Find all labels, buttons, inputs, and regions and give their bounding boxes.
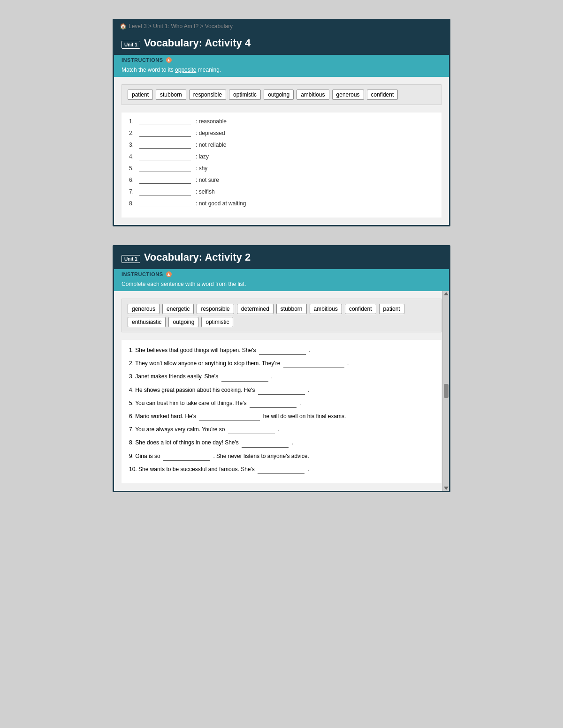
word-chip-ambitious2[interactable]: ambitious [310,304,342,314]
word-chip-outgoing[interactable]: outgoing [264,90,294,100]
sentence-7: 7. You are always very calm. You're so . [129,425,432,434]
scroll-thumb[interactable] [444,384,449,398]
answer-input-3[interactable] [139,142,191,149]
sentence-2-end: . [347,360,349,367]
sentence-9-end: . She never listens to anyone's advice. [213,453,309,459]
answer-s1[interactable] [259,345,306,355]
exercise-item-4: 4. : lazy [129,153,434,160]
exercise-num-6: 6. [129,177,137,183]
sentence-3-end: . [271,373,273,380]
sentence-10-num: 10. She wants to be successful and famou… [129,466,256,473]
word-chip-stubborn[interactable]: stubborn [156,90,186,100]
instructions-text-before: Match the word to its [122,67,174,73]
activity4-container: 🏠 Level 3 > Unit 1: Who Am I? > Vocabula… [113,19,450,226]
exercise-list: 1. : reasonable 2. : depressed 3. : not … [122,113,441,218]
exercise-item-3: 3. : not reliable [129,142,434,149]
answer-s10[interactable] [258,465,304,474]
clue-2: : depressed [196,130,225,136]
sentence-9-num: 9. Gina is so [129,453,162,459]
word-chip-ambitious[interactable]: ambitious [297,90,329,100]
sentence-1: 1. She believes that good things will ha… [129,345,432,355]
sentence-1-num: 1. She believes that good things will ha… [129,347,258,353]
sentence-2: 2. They won't allow anyone or anything t… [129,359,432,368]
clue-3: : not reliable [196,142,226,148]
scrollbar[interactable] [442,291,449,491]
instructions-text-area-2: Complete each sentence with a word from … [114,279,449,291]
answer-input-6[interactable] [139,177,191,184]
exercise-num-8: 8. [129,200,137,207]
word-chip-confident2[interactable]: confident [345,304,376,314]
word-chip-stubborn2[interactable]: stubborn [276,304,307,314]
instructions-bar-2: INSTRUCTIONS ▲ [114,269,449,279]
sentence-10-end: . [307,466,309,473]
word-bank: patient stubborn responsible optimistic … [122,84,441,105]
answer-s3[interactable] [221,372,268,381]
answer-input-1[interactable] [139,118,191,125]
answer-s5[interactable] [250,398,297,408]
word-chip-determined[interactable]: determined [237,304,274,314]
exercise-item-2: 2. : depressed [129,130,434,137]
sentence-2-num: 2. They won't allow anyone or anything t… [129,360,282,367]
answer-input-4[interactable] [139,153,191,160]
instructions-icon-2: ▲ [166,271,172,277]
word-chip-responsible2[interactable]: responsible [197,304,234,314]
answer-s4[interactable] [258,385,305,395]
home-icon: 🏠 [120,23,127,30]
sentence-8: 8. She does a lot of things in one day! … [129,438,432,447]
answer-s6[interactable] [199,412,260,421]
activity2-content: generous energetic responsible determine… [114,291,449,491]
activity4-content: patient stubborn responsible optimistic … [114,77,449,225]
word-chip-generous[interactable]: generous [332,90,364,100]
breadcrumb: Level 3 > Unit 1: Who Am I? > Vocabulary [129,23,233,30]
sentence-4-num: 4. He shows great passion about his cook… [129,387,257,393]
clue-6: : not sure [196,177,219,183]
instructions-text-after: meaning. [198,67,221,73]
word-chip-patient[interactable]: patient [128,90,153,100]
clue-1: : reasonable [196,118,227,125]
sentence-1-end: . [309,347,310,353]
instructions-bar: INSTRUCTIONS ▲ [114,55,449,65]
instructions-underlined: opposite [175,67,196,73]
sentence-8-num: 8. She does a lot of things in one day! … [129,439,240,446]
word-chip-optimistic[interactable]: optimistic [201,317,233,327]
word-chip-optimistic[interactable]: optimistic [229,90,261,100]
sentence-5-num: 5. You can trust him to take care of thi… [129,400,248,406]
answer-s7[interactable] [228,425,275,434]
sentence-4-end: . [308,387,309,393]
word-chip-responsible[interactable]: responsible [189,90,226,100]
clue-8: : not good at waiting [196,200,246,207]
word-chip-generous[interactable]: generous [128,304,160,314]
sentence-5: 5. You can trust him to take care of thi… [129,398,432,408]
instructions-label-2: INSTRUCTIONS [122,271,163,277]
unit-badge: Unit 1 [122,41,140,49]
clue-5: : shy [196,165,207,172]
answer-input-2[interactable] [139,130,191,137]
word-bank-2: generous energetic responsible determine… [122,299,441,332]
exercise-num-1: 1. [129,118,137,125]
word-chip-confident[interactable]: confident [367,90,398,100]
instructions-text-area: Match the word to its opposite meaning. [114,65,449,77]
sentence-9: 9. Gina is so . She never listens to any… [129,451,432,461]
sentence-8-end: . [291,439,293,446]
word-chip-outgoing2[interactable]: outgoing [168,317,198,327]
sentence-3: 3. Janet makes friends easily. She's . [129,372,432,381]
word-chip-enthusiastic[interactable]: enthusiastic [128,317,166,327]
answer-input-5[interactable] [139,165,191,172]
activity4-title: Vocabulary: Activity 4 [144,37,251,49]
activity2-title: Vocabulary: Activity 2 [144,251,251,263]
answer-s9[interactable] [163,451,210,461]
answer-input-8[interactable] [139,200,191,207]
word-chip-energetic[interactable]: energetic [162,304,194,314]
word-chip-patient2[interactable]: patient [379,304,404,314]
answer-s8[interactable] [242,438,289,447]
exercise-item-6: 6. : not sure [129,177,434,184]
answer-s2[interactable] [283,359,344,368]
sentence-6-num: 6. Mario worked hard. He's [129,413,198,420]
answer-input-7[interactable] [139,188,191,195]
sentence-list: 1. She believes that good things will ha… [122,340,441,483]
scroll-down-arrow[interactable] [444,487,449,490]
scroll-up-arrow[interactable] [444,292,449,295]
activity4-header: Unit 1 Vocabulary: Activity 4 [114,32,449,55]
exercise-item-7: 7. : selfish [129,188,434,195]
sentence-3-num: 3. Janet makes friends easily. She's [129,373,220,380]
